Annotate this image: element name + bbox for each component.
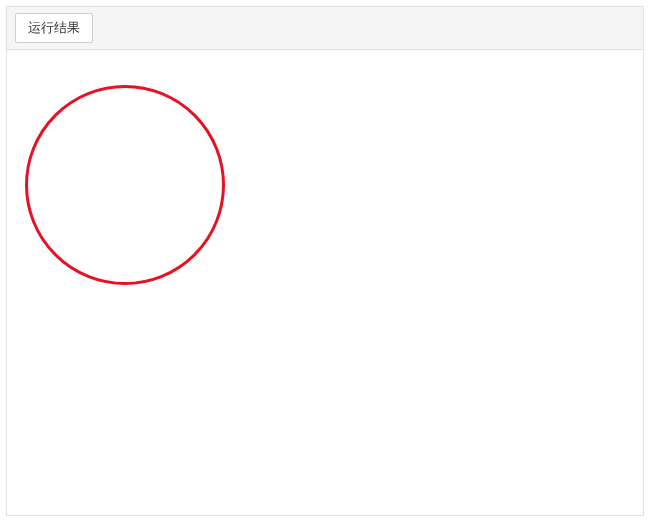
result-panel: 运行结果: [6, 6, 644, 516]
panel-header: 运行结果: [7, 7, 643, 50]
canvas-area: [7, 50, 643, 515]
circle-shape: [25, 85, 225, 285]
run-result-tab[interactable]: 运行结果: [15, 13, 93, 43]
